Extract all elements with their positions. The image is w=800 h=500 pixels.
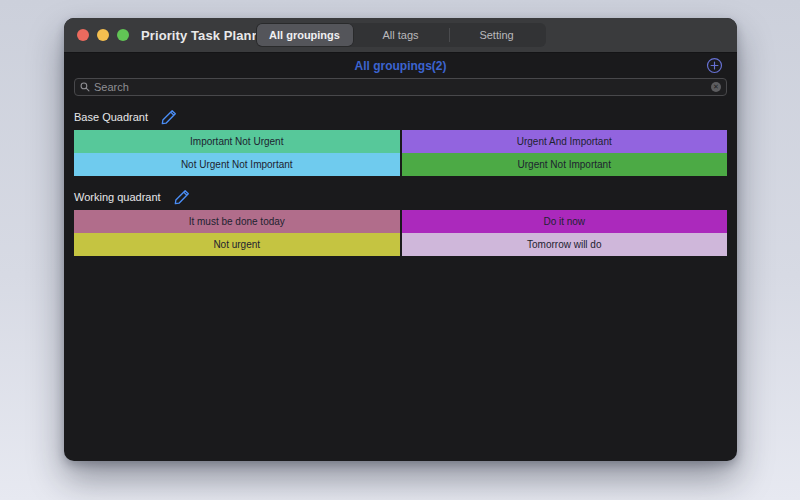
quadrant-cell[interactable]: It must be done today <box>74 210 400 233</box>
tab-all-tags[interactable]: All tags <box>353 24 449 46</box>
traffic-lights <box>64 29 129 41</box>
grouping-section-header: Working quadrant <box>74 187 727 207</box>
pencil-icon <box>173 188 191 206</box>
quadrant-grid: Important Not Urgent Urgent And Importan… <box>74 130 727 176</box>
tab-setting[interactable]: Setting <box>449 24 545 46</box>
tab-all-groupings[interactable]: All groupings <box>257 24 353 46</box>
quadrant-cell[interactable]: Not Urgent Not Important <box>74 153 400 176</box>
page-title: All groupings(2) <box>355 59 447 73</box>
quadrant-cell[interactable]: Important Not Urgent <box>74 130 400 153</box>
minimize-window-button[interactable] <box>97 29 109 41</box>
add-grouping-button[interactable] <box>705 57 723 75</box>
zoom-window-button[interactable] <box>117 29 129 41</box>
grouping-name: Working quadrant <box>74 191 161 203</box>
search-bar: ✕ <box>74 78 727 96</box>
tab-bar: All groupings All tags Setting <box>256 23 546 47</box>
main-content: All groupings(2) ✕ Base Quadrant <box>64 53 737 256</box>
pencil-icon <box>160 108 178 126</box>
search-icon <box>80 82 90 92</box>
quadrant-cell[interactable]: Do it now <box>402 210 728 233</box>
quadrant-cell[interactable]: Tomorrow will do <box>402 233 728 256</box>
grouping-section-header: Base Quadrant <box>74 107 727 127</box>
grouping-name: Base Quadrant <box>74 111 148 123</box>
list-header: All groupings(2) <box>74 53 727 78</box>
quadrant-grid: It must be done today Do it now Not urge… <box>74 210 727 256</box>
quadrant-cell[interactable]: Not urgent <box>74 233 400 256</box>
titlebar: Priority Task Planner All groupings All … <box>64 18 737 53</box>
search-input[interactable] <box>94 81 707 93</box>
edit-grouping-button[interactable] <box>173 188 192 207</box>
app-window: Priority Task Planner All groupings All … <box>64 18 737 461</box>
clear-search-icon[interactable]: ✕ <box>711 82 721 92</box>
plus-circle-icon <box>706 57 723 74</box>
quadrant-cell[interactable]: Urgent And Important <box>402 130 728 153</box>
close-window-button[interactable] <box>77 29 89 41</box>
edit-grouping-button[interactable] <box>160 108 179 127</box>
window-title: Priority Task Planner <box>141 28 272 43</box>
quadrant-cell[interactable]: Urgent Not Important <box>402 153 728 176</box>
